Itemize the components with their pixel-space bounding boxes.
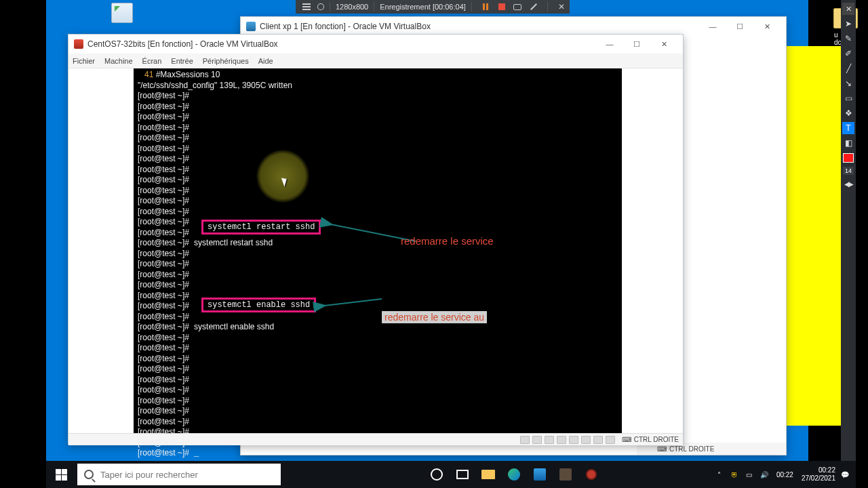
terminal[interactable]: 41 #MaxSessions 10 "/etc/ssh/sshd_config… xyxy=(134,68,622,433)
host-key-label: CTRL DROITE xyxy=(669,445,714,453)
resolution-label: 1280x800 xyxy=(336,3,368,11)
annotation-toolbar: ✕ ➤ ✎ ✐ ╱ ↘ ▭ ❖ T ◧ 14 ◀▶ xyxy=(841,0,856,461)
menu-bar: Fichier Machine Écran Entrée Périphériqu… xyxy=(68,54,683,68)
recording-label: Enregistrement xyxy=(380,3,431,11)
eraser-tool-icon[interactable]: ◧ xyxy=(842,137,854,149)
pause-button[interactable] xyxy=(480,2,491,12)
search-icon xyxy=(84,470,94,479)
window-title: Client xp 1 [En fonction] - Oracle VM Vi… xyxy=(260,22,431,31)
window-title: CentOS7-32bits [En fonction] - Oracle VM… xyxy=(87,39,278,49)
titlebar[interactable]: Client xp 1 [En fonction] - Oracle VM Vi… xyxy=(241,17,786,36)
maximize-button[interactable]: ☐ xyxy=(623,35,650,53)
status-icon xyxy=(545,436,554,444)
search-box[interactable]: Taper ici pour rechercher xyxy=(77,464,281,485)
annotation-restart: redemarre le service xyxy=(401,235,494,247)
recycle-bin-icon[interactable] xyxy=(108,3,136,33)
virtualbox-icon xyxy=(246,22,256,31)
app-icon[interactable] xyxy=(529,464,551,485)
recording-time: [00:06:04] xyxy=(433,3,466,11)
status-icon xyxy=(606,436,615,444)
minimize-button[interactable]: — xyxy=(699,18,726,35)
color-picker[interactable] xyxy=(842,152,854,164)
search-placeholder: Taper ici pour rechercher xyxy=(100,470,198,480)
stroke-size-value[interactable]: 14 xyxy=(843,167,854,175)
screen-recorder-bar: 1280x800 Enregistrement [00:06:04] ✕ xyxy=(296,0,570,14)
security-icon[interactable]: ⛨ xyxy=(729,470,740,479)
windows-taskbar: Taper ici pour rechercher ˄ ⛨ ▭ 🔊 00:22 … xyxy=(46,461,856,488)
status-icon xyxy=(557,436,566,444)
tray-chevron-icon[interactable]: ˄ xyxy=(714,470,725,479)
menu-ecran[interactable]: Écran xyxy=(142,57,162,65)
menu-icon[interactable] xyxy=(302,3,311,10)
tray-time: 00:22 xyxy=(776,471,793,479)
close-button[interactable]: ✕ xyxy=(650,35,677,53)
status-icon xyxy=(581,436,591,444)
cortana-icon[interactable] xyxy=(426,464,448,485)
arrow-tool-icon[interactable]: ↘ xyxy=(842,77,854,89)
virtualbox-window-centos[interactable]: CentOS7-32bits [En fonction] - Oracle VM… xyxy=(68,34,684,445)
right-pad xyxy=(620,68,683,421)
status-icon xyxy=(532,436,542,444)
menu-peripheriques[interactable]: Périphériques xyxy=(203,57,249,65)
text-tool-icon[interactable]: T xyxy=(842,122,854,134)
stop-button[interactable] xyxy=(496,2,507,12)
host-key-label: CTRL DROITE xyxy=(634,436,679,443)
menu-entree[interactable]: Entrée xyxy=(171,57,193,65)
network-icon[interactable]: ▭ xyxy=(744,470,755,479)
menu-fichier[interactable]: Fichier xyxy=(73,57,95,65)
titlebar[interactable]: CentOS7-32bits [En fonction] - Oracle VM… xyxy=(68,35,683,54)
close-icon[interactable]: ✕ xyxy=(842,3,854,15)
menu-machine[interactable]: Machine xyxy=(104,57,133,65)
clock[interactable]: 00:22 27/02/2021 xyxy=(802,466,835,483)
virtualbox-icon xyxy=(74,39,83,49)
draw-button[interactable] xyxy=(528,2,539,12)
system-tray: ˄ ⛨ ▭ 🔊 00:22 00:22 27/02/2021 💬 xyxy=(714,466,850,483)
edge-icon[interactable] xyxy=(503,464,525,485)
close-bar-button[interactable]: ✕ xyxy=(556,2,567,12)
start-button[interactable] xyxy=(46,461,76,488)
maximize-button[interactable]: ☐ xyxy=(726,18,753,35)
desktop-folder-label: u dc xyxy=(834,31,842,46)
close-button[interactable]: ✕ xyxy=(753,18,781,35)
highlighter-tool-icon[interactable]: ✐ xyxy=(842,47,854,60)
status-icon xyxy=(593,436,603,444)
status-icon xyxy=(569,436,578,444)
cursor-highlight xyxy=(256,150,309,203)
minimize-button[interactable]: — xyxy=(596,35,623,53)
task-view-icon[interactable] xyxy=(452,464,473,485)
annotation-enable[interactable]: redemarre le service au xyxy=(382,311,487,323)
file-explorer-icon[interactable] xyxy=(477,464,499,485)
volume-icon[interactable]: 🔊 xyxy=(759,470,770,479)
status-icon xyxy=(520,436,530,444)
notifications-icon[interactable]: 💬 xyxy=(840,470,850,479)
pencil-tool-icon[interactable]: ✎ xyxy=(842,33,854,45)
left-pad xyxy=(68,68,134,421)
menu-aide[interactable]: Aide xyxy=(258,57,273,65)
expand-tool-icon[interactable]: ◀▶ xyxy=(842,178,854,190)
clock-date: 27/02/2021 xyxy=(802,474,835,483)
record-indicator-icon[interactable] xyxy=(580,464,602,485)
pin-icon[interactable] xyxy=(317,3,324,10)
cursor-tool-icon[interactable]: ➤ xyxy=(842,18,854,30)
screenshot-button[interactable] xyxy=(512,2,523,12)
taskbar-center xyxy=(315,464,714,485)
app-icon-2[interactable] xyxy=(555,464,576,485)
vm-display[interactable]: 41 #MaxSessions 10 "/etc/ssh/sshd_config… xyxy=(134,68,622,433)
rect-tool-icon[interactable]: ▭ xyxy=(842,92,854,104)
line-tool-icon[interactable]: ╱ xyxy=(842,62,854,75)
clock-time: 00:22 xyxy=(802,466,835,474)
shapes-tool-icon[interactable]: ❖ xyxy=(842,107,854,119)
